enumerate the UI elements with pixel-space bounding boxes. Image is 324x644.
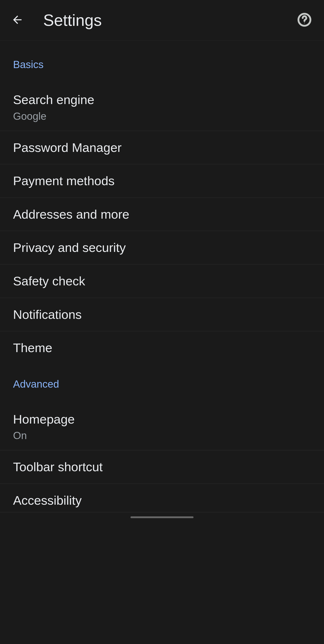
item-notifications[interactable]: Notifications xyxy=(0,298,324,332)
item-label: Toolbar shortcut xyxy=(13,458,311,476)
arrow-left-icon xyxy=(11,14,24,27)
item-label: Notifications xyxy=(13,306,311,323)
item-label: Payment methods xyxy=(13,172,311,190)
item-label: Addresses and more xyxy=(13,206,311,223)
item-sublabel: On xyxy=(13,430,311,442)
item-addresses-and-more[interactable]: Addresses and more xyxy=(0,198,324,231)
section-header-advanced: Advanced xyxy=(0,364,324,401)
item-label: Password Manager xyxy=(13,139,311,156)
gesture-handle-icon xyxy=(130,516,194,518)
item-privacy-and-security[interactable]: Privacy and security xyxy=(0,231,324,264)
item-label: Safety check xyxy=(13,272,311,290)
item-label: Search engine xyxy=(13,91,311,108)
item-homepage[interactable]: Homepage On xyxy=(0,401,324,450)
item-search-engine[interactable]: Search engine Google xyxy=(0,82,324,131)
navigation-bar xyxy=(0,516,324,524)
item-safety-check[interactable]: Safety check xyxy=(0,264,324,298)
item-sublabel: Google xyxy=(13,110,311,122)
item-password-manager[interactable]: Password Manager xyxy=(0,131,324,164)
app-header: Settings xyxy=(0,0,324,40)
help-button[interactable] xyxy=(294,10,314,30)
page-title: Settings xyxy=(43,11,294,30)
svg-point-1 xyxy=(304,22,305,23)
item-label: Homepage xyxy=(13,411,311,428)
item-label: Theme xyxy=(13,339,311,356)
help-icon xyxy=(297,12,312,28)
back-button[interactable] xyxy=(7,10,28,30)
item-label: Accessibility xyxy=(13,492,311,509)
section-header-basics: Basics xyxy=(0,40,324,82)
item-theme[interactable]: Theme xyxy=(0,331,324,364)
item-label: Privacy and security xyxy=(13,239,311,256)
item-toolbar-shortcut[interactable]: Toolbar shortcut xyxy=(0,450,324,484)
item-accessibility[interactable]: Accessibility xyxy=(0,484,324,512)
item-payment-methods[interactable]: Payment methods xyxy=(0,164,324,198)
